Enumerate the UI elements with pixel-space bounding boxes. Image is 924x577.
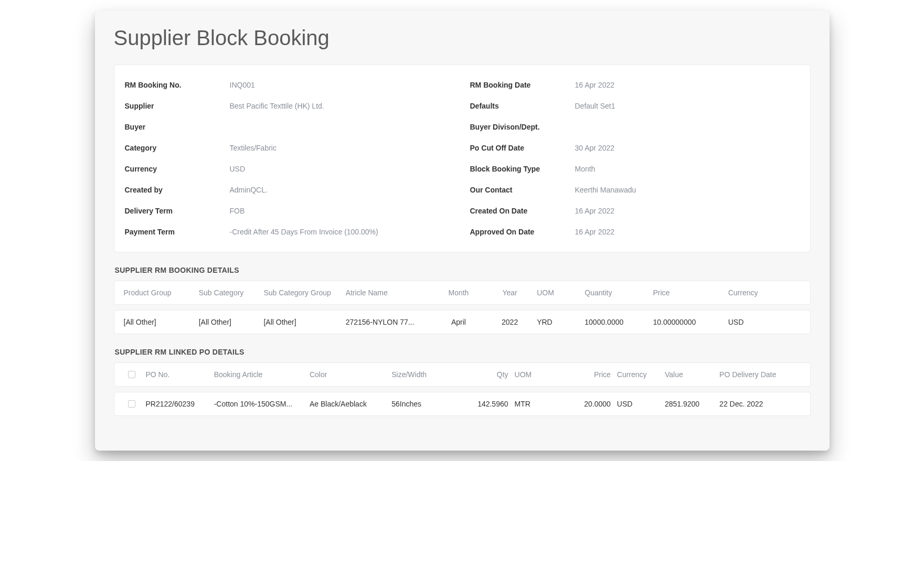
currency-value: USD (230, 165, 454, 173)
rm-booking-date-value: 16 Apr 2022 (575, 81, 800, 89)
created-on-date-value: 16 Apr 2022 (575, 207, 800, 215)
delivery-term-label: Delivery Term (125, 207, 230, 215)
th-price: Price (650, 288, 725, 297)
td-po-no: PR2122/60239 (143, 400, 211, 408)
th-uom: UOM (534, 288, 581, 297)
rm-booking-details-table: Product Group Sub Category Sub Category … (114, 281, 811, 334)
th-booking-article: Booking Article (211, 370, 306, 379)
booking-table-header: Product Group Sub Category Sub Category … (114, 281, 811, 305)
th-qty: Qty (456, 370, 511, 379)
td-po-uom: MTR (512, 400, 559, 408)
td-article-name: 272156-NYLON 77... (343, 318, 431, 326)
td-price: 10.00000000 (650, 318, 725, 326)
td-quantity: 10000.0000 (581, 318, 650, 326)
th-month: Month (431, 288, 486, 297)
page-container: Supplier Block Booking RM Booking No. IN… (95, 10, 830, 451)
td-color: Ae Black/Aeblack (306, 400, 388, 408)
po-cut-off-date-label: Po Cut Off Date (470, 144, 575, 152)
th-article-name: Atricle Name (343, 288, 431, 297)
td-month: April (431, 318, 486, 326)
payment-term-label: Payment Term (125, 228, 230, 236)
page-title: Supplier Block Booking (114, 26, 811, 50)
th-sub-category-group: Sub Category Group (260, 288, 342, 297)
rm-booking-no-label: RM Booking No. (125, 81, 230, 89)
th-currency: Currency (725, 288, 780, 297)
td-qty: 142.5960 (456, 400, 511, 408)
our-contact-label: Our Contact (470, 186, 575, 194)
th-po-currency: Currency (614, 370, 662, 379)
th-po-no: PO No. (143, 370, 211, 379)
block-booking-type-value: Month (575, 165, 800, 173)
created-by-value: AdminQCL. (230, 186, 454, 194)
th-color: Color (306, 370, 388, 379)
approved-on-date-value: 16 Apr 2022 (575, 228, 800, 236)
th-sub-category: Sub Category (196, 288, 261, 297)
summary-right-col: RM Booking Date 16 Apr 2022 Defaults Def… (470, 74, 800, 242)
po-table-header: PO No. Booking Article Color Size/Width … (114, 362, 811, 387)
th-select-all[interactable] (121, 371, 143, 378)
td-sub-category-group: [All Other] (260, 318, 342, 326)
rm-linked-po-heading: SUPPLIER RM LINKED PO DETAILS (115, 348, 811, 356)
td-po-price: 20.0000 (559, 400, 614, 408)
th-po-delivery-date: PO Delivery Date (716, 370, 798, 379)
rm-booking-date-label: RM Booking Date (470, 81, 575, 89)
payment-term-value: -Credit After 45 Days From Invoice (100.… (230, 228, 454, 236)
td-product-group: [All Other] (121, 318, 196, 326)
th-quantity: Quantity (581, 288, 650, 297)
checkbox-icon[interactable] (128, 400, 135, 408)
rm-booking-no-value: INQ001 (230, 81, 454, 89)
td-booking-article: -Cotton 10%-150GSM... (211, 400, 306, 408)
td-year: 2022 (486, 318, 534, 326)
td-po-currency: USD (614, 400, 662, 408)
td-uom: YRD (534, 318, 581, 326)
th-po-uom: UOM (512, 370, 559, 379)
th-year: Year (486, 288, 534, 297)
category-label: Category (125, 144, 230, 152)
currency-label: Currency (125, 165, 230, 173)
rm-linked-po-table: PO No. Booking Article Color Size/Width … (114, 362, 811, 416)
booking-summary-card: RM Booking No. INQ001 Supplier Best Paci… (114, 65, 811, 252)
th-po-price: Price (559, 370, 614, 379)
td-sub-category: [All Other] (196, 318, 261, 326)
rm-booking-details-heading: SUPPLIER RM BOOKING DETAILS (115, 266, 811, 274)
defaults-value: Default Set1 (575, 102, 800, 110)
buyer-label: Buyer (125, 123, 230, 131)
po-table-row[interactable]: PR2122/60239 -Cotton 10%-150GSM... Ae Bl… (114, 392, 811, 416)
summary-left-col: RM Booking No. INQ001 Supplier Best Paci… (125, 74, 454, 242)
checkbox-icon[interactable] (128, 371, 135, 378)
booking-table-row[interactable]: [All Other] [All Other] [All Other] 2721… (114, 310, 811, 334)
supplier-label: Supplier (125, 102, 230, 110)
td-size-width: 56Inches (388, 400, 456, 408)
our-contact-value: Keerthi Manawadu (575, 186, 800, 194)
category-value: Textiles/Fabric (230, 144, 454, 152)
created-on-date-label: Created On Date (470, 207, 575, 215)
po-cut-off-date-value: 30 Apr 2022 (575, 144, 800, 152)
td-currency: USD (725, 318, 780, 326)
td-row-select[interactable] (121, 400, 143, 408)
block-booking-type-label: Block Booking Type (470, 165, 575, 173)
th-product-group: Product Group (121, 288, 196, 297)
td-po-delivery-date: 22 Dec. 2022 (716, 400, 798, 408)
defaults-label: Defaults (470, 102, 575, 110)
th-size-width: Size/Width (388, 370, 456, 379)
td-value: 2851.9200 (662, 400, 716, 408)
delivery-term-value: FOB (230, 207, 454, 215)
th-value: Value (662, 370, 716, 379)
buyer-division-label: Buyer Divison/Dept. (470, 123, 575, 131)
created-by-label: Created by (125, 186, 230, 194)
approved-on-date-label: Approved On Date (470, 228, 575, 236)
supplier-value: Best Pacific Texttile (HK) Ltd. (230, 102, 454, 110)
